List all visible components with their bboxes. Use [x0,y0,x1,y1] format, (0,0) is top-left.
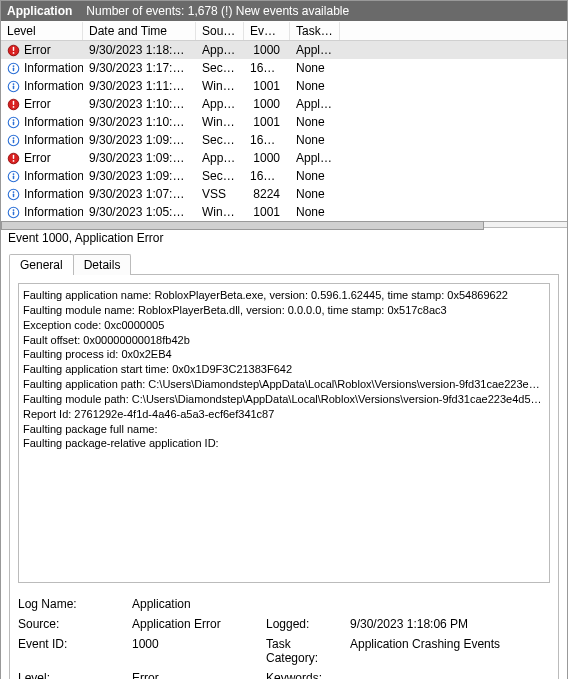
svg-rect-8 [13,85,14,89]
col-level[interactable]: Level [1,22,83,40]
col-source[interactable]: Source [196,22,244,40]
cell-source: Applic... [196,151,244,165]
cell-level: Error [1,151,83,165]
cell-level: Error [1,43,83,57]
cell-eventid: 16384 [244,133,290,147]
tab-general[interactable]: General [9,254,74,275]
cell-task: None [290,187,340,201]
svg-point-7 [13,83,15,85]
cell-level: Information [1,169,83,183]
svg-rect-23 [13,175,14,179]
svg-point-13 [13,119,15,121]
cell-eventid: 1000 [244,43,290,57]
logged-label: Logged: [266,617,346,631]
table-row[interactable]: Information9/30/2023 1:07:40 PMVSS8224No… [1,185,567,203]
cell-date: 9/30/2023 1:10:40 PM [83,97,196,111]
svg-rect-5 [13,67,14,71]
taskcategory-value: Application Crashing Events [350,637,550,665]
title-subtext: Number of events: 1,678 (!) New events a… [86,4,349,18]
message-line: Exception code: 0xc0000005 [23,318,545,333]
app-name: Application [7,4,72,18]
cell-eventid: 16394 [244,61,290,75]
svg-rect-2 [13,46,14,50]
column-headers[interactable]: Level Date and Time Source Event ID Task… [1,21,567,41]
cell-eventid: 1001 [244,205,290,219]
event-message[interactable]: Faulting application name: RobloxPlayerB… [18,283,550,583]
source-label: Source: [18,617,128,631]
svg-rect-29 [13,211,14,215]
log-name-value: Application [132,597,550,611]
eventid-value: 1000 [132,637,262,665]
message-line: Faulting package full name: [23,422,545,437]
cell-eventid: 1001 [244,115,290,129]
cell-date: 9/30/2023 1:17:47 PM [83,61,196,75]
tab-spacer [130,254,559,275]
svg-point-1 [13,52,15,54]
logged-value: 9/30/2023 1:18:06 PM [350,617,550,631]
table-row[interactable]: Information9/30/2023 1:09:52 PMSecurit..… [1,131,567,149]
message-line: Fault offset: 0x00000000018fb42b [23,333,545,348]
tab-details[interactable]: Details [73,254,132,275]
cell-task: None [290,205,340,219]
table-row[interactable]: Information9/30/2023 1:11:26 PMWindo...1… [1,77,567,95]
cell-eventid: 1000 [244,151,290,165]
cell-source: Windo... [196,79,244,93]
col-eventid[interactable]: Event ID [244,22,290,40]
message-line: Faulting process id: 0x0x2EB4 [23,347,545,362]
svg-rect-17 [13,139,14,143]
cell-eventid: 1001 [244,79,290,93]
cell-source: Windo... [196,115,244,129]
cell-source: Windo... [196,205,244,219]
cell-level: Information [1,205,83,219]
info-icon [7,134,20,147]
error-icon [7,152,20,165]
table-row[interactable]: Information9/30/2023 1:09:22 PMSecurit..… [1,167,567,185]
eventid-label: Event ID: [18,637,128,665]
table-row[interactable]: Error9/30/2023 1:10:40 PMApplic...1000Ap… [1,95,567,113]
detail-body: Faulting application name: RobloxPlayerB… [9,275,559,679]
source-value: Application Error [132,617,262,631]
cell-task: Applic... [290,151,340,165]
svg-rect-11 [13,100,14,104]
cell-date: 9/30/2023 1:05:36 PM [83,205,196,219]
cell-source: Applic... [196,97,244,111]
cell-date: 9/30/2023 1:07:40 PM [83,187,196,201]
col-taskcategory[interactable]: Task C... [290,22,340,40]
message-line: Faulting application name: RobloxPlayerB… [23,288,545,303]
table-row[interactable]: Information9/30/2023 1:10:06 PMWindo...1… [1,113,567,131]
info-icon [7,170,20,183]
cell-date: 9/30/2023 1:10:06 PM [83,115,196,129]
horizontal-scrollbar[interactable] [1,221,567,227]
svg-point-22 [13,173,15,175]
svg-point-4 [13,65,15,67]
svg-rect-20 [13,154,14,158]
message-line: Report Id: 2761292e-4f1d-4a46-a5a3-ecf6e… [23,407,545,422]
cell-source: Applic... [196,43,244,57]
table-row[interactable]: Information9/30/2023 1:17:47 PMSecurit..… [1,59,567,77]
table-row[interactable]: Error9/30/2023 1:09:24 PMApplic...1000Ap… [1,149,567,167]
event-properties: Log Name: Application Source: Applicatio… [18,597,550,679]
svg-point-10 [13,106,15,108]
keywords-value [350,671,550,679]
svg-point-25 [13,191,15,193]
cell-task: Applic... [290,97,340,111]
message-line: Faulting package-relative application ID… [23,436,545,451]
message-line: Faulting application start time: 0x0x1D9… [23,362,545,377]
cell-date: 9/30/2023 1:09:52 PM [83,133,196,147]
table-row[interactable]: Error9/30/2023 1:18:06 PMApplic...1000Ap… [1,41,567,59]
cell-eventid: 1000 [244,97,290,111]
message-line: Faulting module name: RobloxPlayerBeta.d… [23,303,545,318]
col-date[interactable]: Date and Time [83,22,196,40]
error-icon [7,98,20,111]
svg-point-19 [13,160,15,162]
cell-task: None [290,79,340,93]
svg-rect-26 [13,193,14,197]
info-icon [7,206,20,219]
cell-date: 9/30/2023 1:09:22 PM [83,169,196,183]
cell-source: VSS [196,187,244,201]
cell-level: Information [1,187,83,201]
table-row[interactable]: Information9/30/2023 1:05:36 PMWindo...1… [1,203,567,221]
taskcategory-label: Task Category: [266,637,346,665]
cell-eventid: 8224 [244,187,290,201]
cell-task: None [290,169,340,183]
